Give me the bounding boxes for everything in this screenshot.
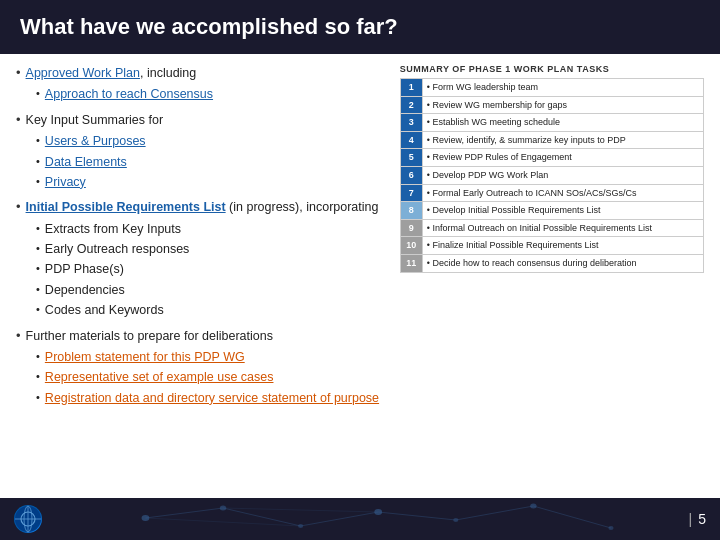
svg-line-15 bbox=[378, 512, 456, 520]
sub-bullet-1-1: • Approach to reach Consensus bbox=[36, 85, 388, 104]
bullet-3: • Initial Possible Requirements List (in… bbox=[16, 198, 388, 320]
bullet-3-text: Initial Possible Requirements List (in p… bbox=[26, 198, 379, 217]
task-row: 9• Informal Outreach on Initial Possible… bbox=[401, 220, 703, 238]
initial-requirements-link[interactable]: Initial Possible Requirements List bbox=[26, 200, 226, 214]
sub-bullet-4-2: • Representative set of example use case… bbox=[36, 368, 388, 387]
users-purposes-link[interactable]: Users & Purposes bbox=[45, 132, 146, 151]
sub-dot: • bbox=[36, 85, 40, 104]
bullet-3-suffix: (in progress), incorporating bbox=[226, 200, 379, 214]
bullet-3-subs: • Extracts from Key Inputs • Early Outre… bbox=[36, 220, 388, 321]
summary-title: SUMMARY OF PHASE 1 WORK PLAN TASKS bbox=[400, 64, 704, 74]
sub-3-3-text: PDP Phase(s) bbox=[45, 260, 124, 279]
bullet-dot-3: • bbox=[16, 198, 21, 216]
sub-bullet-4-3: • Registration data and directory servic… bbox=[36, 389, 388, 408]
task-text: • Develop PDP WG Work Plan bbox=[423, 167, 703, 184]
task-text: • Develop Initial Possible Requirements … bbox=[423, 202, 703, 219]
svg-line-19 bbox=[223, 508, 378, 512]
approach-link[interactable]: Approach to reach Consensus bbox=[45, 85, 213, 104]
bullet-4-subs: • Problem statement for this PDP WG • Re… bbox=[36, 348, 388, 408]
bullet-dot-2: • bbox=[16, 111, 21, 129]
sub-bullet-3-2: • Early Outreach responses bbox=[36, 240, 388, 259]
task-row: 7• Formal Early Outreach to ICANN SOs/AC… bbox=[401, 185, 703, 203]
sub-bullet-2-2: • Data Elements bbox=[36, 153, 388, 172]
task-row: 6• Develop PDP WG Work Plan bbox=[401, 167, 703, 185]
page-divider: | bbox=[689, 511, 693, 527]
task-number: 2 bbox=[401, 97, 423, 114]
task-number: 1 bbox=[401, 79, 423, 96]
sub-bullet-3-5: • Codes and Keywords bbox=[36, 301, 388, 320]
task-text: • Finalize Initial Possible Requirements… bbox=[423, 237, 703, 254]
sub-bullet-3-3: • PDP Phase(s) bbox=[36, 260, 388, 279]
bullet-4-text: Further materials to prepare for deliber… bbox=[26, 327, 273, 346]
task-row: 10• Finalize Initial Possible Requiremen… bbox=[401, 237, 703, 255]
representative-set-link[interactable]: Representative set of example use cases bbox=[45, 368, 274, 387]
sub-3-2-text: Early Outreach responses bbox=[45, 240, 190, 259]
task-row: 8• Develop Initial Possible Requirements… bbox=[401, 202, 703, 220]
task-number: 10 bbox=[401, 237, 423, 254]
task-text: • Informal Outreach on Initial Possible … bbox=[423, 220, 703, 237]
sub-3-4-text: Dependencies bbox=[45, 281, 125, 300]
task-number: 7 bbox=[401, 185, 423, 202]
bullet-1-text: Approved Work Plan, including bbox=[26, 64, 197, 83]
task-text: • Review WG membership for gaps bbox=[423, 97, 703, 114]
bullet-4: • Further materials to prepare for delib… bbox=[16, 327, 388, 409]
svg-line-17 bbox=[533, 506, 611, 528]
task-text: • Form WG leadership team bbox=[423, 79, 703, 96]
right-column: SUMMARY OF PHASE 1 WORK PLAN TASKS 1• Fo… bbox=[400, 64, 704, 498]
bullet-1-subs: • Approach to reach Consensus bbox=[36, 85, 388, 104]
task-number: 4 bbox=[401, 132, 423, 149]
task-number: 3 bbox=[401, 114, 423, 131]
task-row: 1• Form WG leadership team bbox=[401, 79, 703, 97]
task-row: 5• Review PDP Rules of Engagement bbox=[401, 149, 703, 167]
task-number: 5 bbox=[401, 149, 423, 166]
sub-bullet-2-1: • Users & Purposes bbox=[36, 132, 388, 151]
content-area: • Approved Work Plan, including • Approa… bbox=[0, 54, 720, 498]
task-number: 9 bbox=[401, 220, 423, 237]
task-number: 8 bbox=[401, 202, 423, 219]
footer-page: | 5 bbox=[689, 511, 706, 527]
task-text: • Formal Early Outreach to ICANN SOs/ACs… bbox=[423, 185, 703, 202]
task-row: 11• Decide how to reach consensus during… bbox=[401, 255, 703, 272]
footer-network bbox=[42, 498, 689, 540]
svg-line-12 bbox=[145, 508, 223, 518]
bullet-1: • Approved Work Plan, including • Approa… bbox=[16, 64, 388, 105]
task-row: 2• Review WG membership for gaps bbox=[401, 97, 703, 115]
slide: What have we accomplished so far? • Appr… bbox=[0, 0, 720, 540]
svg-line-16 bbox=[456, 506, 534, 520]
svg-line-14 bbox=[301, 512, 379, 526]
sub-bullet-3-4: • Dependencies bbox=[36, 281, 388, 300]
sub-bullet-4-1: • Problem statement for this PDP WG bbox=[36, 348, 388, 367]
task-row: 4• Review, identify, & summarize key inp… bbox=[401, 132, 703, 150]
approved-work-plan-link[interactable]: Approved Work Plan bbox=[26, 66, 140, 80]
sub-3-5-text: Codes and Keywords bbox=[45, 301, 164, 320]
data-elements-link[interactable]: Data Elements bbox=[45, 153, 127, 172]
registration-data-link[interactable]: Registration data and directory service … bbox=[45, 389, 379, 408]
sub-3-1-text: Extracts from Key Inputs bbox=[45, 220, 181, 239]
sub-bullet-3-1: • Extracts from Key Inputs bbox=[36, 220, 388, 239]
icann-logo bbox=[14, 505, 42, 533]
bullet-2: • Key Input Summaries for • Users & Purp… bbox=[16, 111, 388, 193]
slide-header: What have we accomplished so far? bbox=[0, 0, 720, 54]
task-text: • Establish WG meeting schedule bbox=[423, 114, 703, 131]
task-table: 1• Form WG leadership team2• Review WG m… bbox=[400, 78, 704, 273]
slide-title: What have we accomplished so far? bbox=[20, 14, 398, 39]
bullet-dot-1: • bbox=[16, 64, 21, 82]
left-column: • Approved Work Plan, including • Approa… bbox=[16, 64, 388, 498]
task-text: • Decide how to reach consensus during d… bbox=[423, 255, 703, 272]
bullet-2-text: Key Input Summaries for bbox=[26, 111, 164, 130]
task-text: • Review, identify, & summarize key inpu… bbox=[423, 132, 703, 149]
page-number: 5 bbox=[698, 511, 706, 527]
task-number: 11 bbox=[401, 255, 423, 272]
footer-logo bbox=[14, 505, 42, 533]
bullet-1-suffix: , including bbox=[140, 66, 196, 80]
task-number: 6 bbox=[401, 167, 423, 184]
sub-bullet-2-3: • Privacy bbox=[36, 173, 388, 192]
problem-statement-link[interactable]: Problem statement for this PDP WG bbox=[45, 348, 245, 367]
bullet-2-subs: • Users & Purposes • Data Elements • Pri… bbox=[36, 132, 388, 192]
privacy-link[interactable]: Privacy bbox=[45, 173, 86, 192]
task-text: • Review PDP Rules of Engagement bbox=[423, 149, 703, 166]
svg-line-13 bbox=[223, 508, 301, 526]
svg-line-18 bbox=[145, 518, 300, 526]
footer: | 5 bbox=[0, 498, 720, 540]
task-row: 3• Establish WG meeting schedule bbox=[401, 114, 703, 132]
